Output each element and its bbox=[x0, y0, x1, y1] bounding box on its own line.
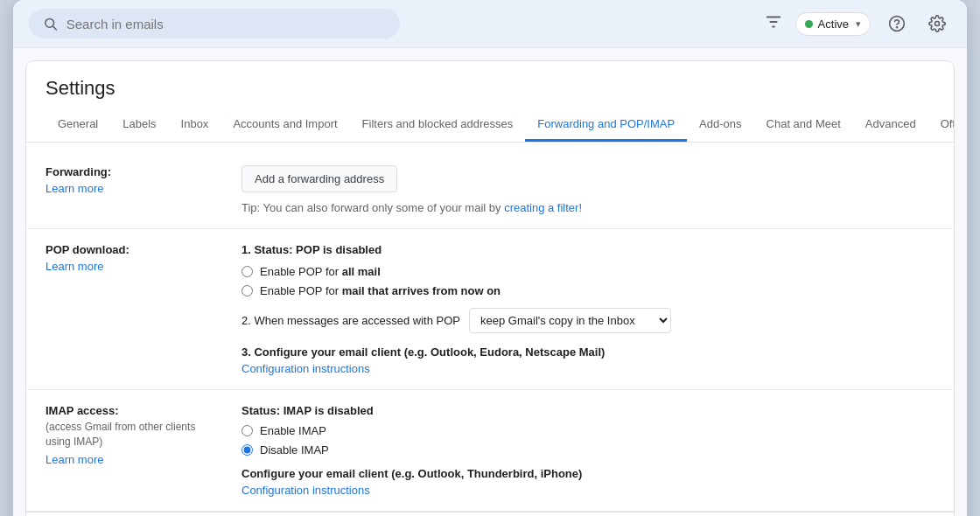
settings-tabs: General Labels Inbox Accounts and Import… bbox=[26, 108, 954, 143]
pop-from-now-label: Enable POP for mail that arrives from no… bbox=[260, 284, 500, 297]
pop-learn-more[interactable]: Learn more bbox=[46, 260, 220, 273]
forwarding-learn-more[interactable]: Learn more bbox=[46, 182, 220, 195]
search-bar[interactable] bbox=[29, 9, 400, 38]
forwarding-value: Add a forwarding address Tip: You can al… bbox=[242, 165, 934, 214]
tab-inbox[interactable]: Inbox bbox=[169, 108, 221, 142]
svg-point-7 bbox=[935, 22, 940, 26]
active-label: Active bbox=[818, 17, 849, 31]
pop-all-mail-label: Enable POP for all mail bbox=[260, 265, 381, 278]
header: Active ▾ bbox=[13, 0, 967, 48]
active-dot bbox=[805, 20, 813, 28]
imap-learn-more[interactable]: Learn more bbox=[46, 453, 220, 466]
imap-enable-radio[interactable] bbox=[242, 425, 253, 436]
pop-when-select[interactable]: keep Gmail's copy in the Inbox mark Gmai… bbox=[469, 308, 671, 333]
imap-config-link[interactable]: Configuration instructions bbox=[242, 484, 934, 497]
pop-from-now-option[interactable]: Enable POP for mail that arrives from no… bbox=[242, 284, 934, 297]
tab-chat[interactable]: Chat and Meet bbox=[754, 108, 853, 142]
pop-download-row: POP download: Learn more 1. Status: POP … bbox=[26, 229, 954, 390]
help-button[interactable] bbox=[883, 10, 911, 38]
tab-forwarding[interactable]: Forwarding and POP/IMAP bbox=[525, 108, 687, 142]
imap-enable-option[interactable]: Enable IMAP bbox=[242, 424, 934, 437]
settings-title: Settings bbox=[26, 61, 954, 108]
tab-offline[interactable]: Offline bbox=[928, 108, 954, 142]
forwarding-row: Forwarding: Learn more Add a forwarding … bbox=[26, 151, 954, 229]
imap-configure-label: Configure your email client (e.g. Outloo… bbox=[242, 467, 934, 480]
pop-radio-group: Enable POP for all mail Enable POP for m… bbox=[242, 265, 934, 297]
settings-content: Forwarding: Learn more Add a forwarding … bbox=[26, 143, 954, 516]
pop-configure-eg: (e.g. Outlook, Eudora, Netscape Mail) bbox=[404, 345, 606, 359]
tab-advanced[interactable]: Advanced bbox=[853, 108, 928, 142]
imap-status: Status: IMAP is disabled bbox=[242, 404, 934, 417]
forwarding-label-col: Forwarding: Learn more bbox=[46, 165, 220, 214]
tab-labels[interactable]: Labels bbox=[110, 108, 168, 142]
add-forwarding-address-button[interactable]: Add a forwarding address bbox=[242, 165, 397, 192]
pop-label: POP download: bbox=[46, 243, 220, 256]
imap-disable-label: Disable IMAP bbox=[260, 443, 329, 457]
imap-radio-group: Enable IMAP Disable IMAP bbox=[242, 424, 934, 457]
pop-configure-label: 3. Configure your email client (e.g. Out… bbox=[242, 345, 934, 359]
app-window: Active ▾ Settings General bbox=[13, 0, 967, 516]
active-status-badge[interactable]: Active ▾ bbox=[795, 12, 871, 36]
chevron-down-icon: ▾ bbox=[856, 18, 861, 30]
forwarding-tip-text: Tip: You can also forward only some of y… bbox=[242, 201, 501, 214]
search-icon bbox=[43, 16, 58, 31]
header-controls: Active ▾ bbox=[764, 10, 951, 38]
imap-label-col: IMAP access: (access Gmail from other cl… bbox=[46, 404, 220, 497]
settings-button[interactable] bbox=[923, 10, 951, 38]
footer-buttons: Save Changes Cancel bbox=[26, 512, 954, 516]
imap-label: IMAP access: bbox=[46, 404, 220, 417]
gear-icon bbox=[928, 15, 946, 32]
pop-all-mail-option[interactable]: Enable POP for all mail bbox=[242, 265, 934, 278]
pop-all-mail-radio[interactable] bbox=[242, 266, 253, 277]
creating-filter-link[interactable]: creating a filter! bbox=[504, 201, 582, 214]
forwarding-tip: Tip: You can also forward only some of y… bbox=[242, 201, 934, 214]
imap-disable-option[interactable]: Disable IMAP bbox=[242, 443, 934, 457]
pop-from-now-radio[interactable] bbox=[242, 285, 253, 296]
forwarding-label: Forwarding: bbox=[46, 165, 220, 178]
imap-sublabel: (access Gmail from other clients using I… bbox=[46, 420, 220, 450]
pop-label-col: POP download: Learn more bbox=[46, 243, 220, 375]
pop-config-link[interactable]: Configuration instructions bbox=[242, 362, 934, 375]
tab-filters[interactable]: Filters and blocked addresses bbox=[350, 108, 526, 142]
pop-status: 1. Status: POP is disabled bbox=[242, 243, 934, 256]
help-icon bbox=[888, 15, 906, 32]
settings-panel: Settings General Labels Inbox Accounts a… bbox=[25, 60, 955, 516]
imap-enable-label: Enable IMAP bbox=[260, 424, 326, 437]
imap-value: Status: IMAP is disabled Enable IMAP Dis… bbox=[242, 404, 934, 497]
pop-value: 1. Status: POP is disabled Enable POP fo… bbox=[242, 243, 934, 375]
tab-accounts[interactable]: Accounts and Import bbox=[220, 108, 349, 142]
pop-when-row: 2. When messages are accessed with POP k… bbox=[242, 308, 934, 333]
imap-configure-eg: (e.g. Outlook, Thunderbird, iPhone) bbox=[391, 467, 582, 480]
tab-general[interactable]: General bbox=[46, 108, 110, 142]
tab-addons[interactable]: Add-ons bbox=[687, 108, 753, 142]
filter-icon[interactable] bbox=[764, 12, 783, 36]
search-input[interactable] bbox=[66, 17, 386, 31]
imap-row: IMAP access: (access Gmail from other cl… bbox=[26, 390, 954, 512]
svg-line-1 bbox=[53, 26, 57, 30]
pop-status-text: 1. Status: POP is disabled bbox=[242, 243, 382, 256]
imap-disable-radio[interactable] bbox=[242, 444, 253, 456]
pop-when-label: 2. When messages are accessed with POP bbox=[242, 314, 460, 327]
